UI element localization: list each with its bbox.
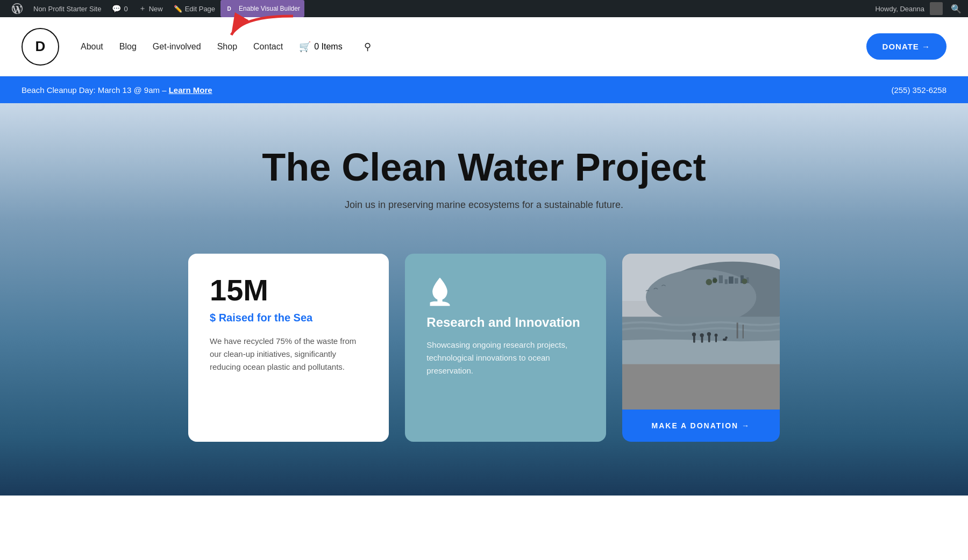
- announcement-text: Beach Cleanup Day: March 13 @ 9am – Lear…: [22, 85, 891, 95]
- svg-point-23: [707, 332, 710, 336]
- image-card: MAKE A DONATION →: [622, 254, 780, 442]
- announcement-main-text: Beach Cleanup Day: March 13 @ 9am –: [22, 85, 167, 95]
- hero-subtitle: Join us in preserving marine ecosystems …: [345, 199, 623, 211]
- comments-item[interactable]: 💬 0: [106, 0, 133, 17]
- nav-get-involved[interactable]: Get-involved: [153, 42, 201, 52]
- svg-rect-24: [715, 336, 717, 342]
- nav-blog[interactable]: Blog: [119, 42, 137, 52]
- site-name-item[interactable]: Non Profit Starter Site: [28, 0, 106, 17]
- stat-label: $ Raised for the Sea: [210, 312, 367, 324]
- svg-rect-18: [693, 336, 695, 343]
- learn-more-link[interactable]: Learn More: [169, 85, 212, 95]
- nav-about[interactable]: About: [81, 42, 103, 52]
- site-name-label: Non Profit Starter Site: [33, 5, 101, 13]
- svg-point-27: [725, 336, 727, 339]
- cart-items-label: 0 Items: [314, 42, 342, 52]
- svg-rect-22: [708, 335, 710, 342]
- svg-point-21: [700, 333, 703, 337]
- hero-section: The Clean Water Project Join us in prese…: [0, 103, 968, 496]
- new-label: New: [149, 5, 163, 13]
- cart-icon: 🛒: [299, 41, 311, 53]
- nav-contact[interactable]: Contact: [253, 42, 283, 52]
- logo-letter: D: [35, 38, 46, 55]
- research-card-desc: Showcasing ongoing research projects, te…: [426, 339, 584, 377]
- phone-number: (255) 352-6258: [891, 85, 946, 95]
- search-icon-nav[interactable]: ⚲: [364, 41, 371, 53]
- edit-page-item[interactable]: ✏️ Edit Page: [168, 0, 220, 17]
- wp-logo-item[interactable]: [6, 0, 28, 17]
- svg-rect-16: [736, 323, 738, 339]
- comment-icon: 💬: [112, 4, 121, 13]
- svg-point-19: [692, 333, 695, 336]
- divi-icon: D: [225, 4, 233, 13]
- visual-builder-label: Enable Visual Builder: [239, 5, 300, 12]
- svg-point-13: [713, 278, 717, 283]
- beach-image: [622, 254, 780, 410]
- donate-button[interactable]: DONATE →: [866, 33, 946, 60]
- stat-description: We have recycled 75% of the waste from o…: [210, 335, 367, 374]
- announcement-bar: Beach Cleanup Day: March 13 @ 9am – Lear…: [0, 76, 968, 103]
- svg-rect-17: [742, 325, 743, 339]
- svg-rect-8: [729, 277, 734, 284]
- site-header: D About Blog Get-involved Shop Contact 🛒…: [0, 17, 968, 76]
- cart-area[interactable]: 🛒 0 Items: [299, 41, 342, 53]
- svg-point-14: [742, 278, 747, 284]
- svg-rect-9: [735, 278, 738, 284]
- admin-bar-right: Howdy, Deanna 🔍: [875, 2, 962, 15]
- svg-point-4: [646, 270, 756, 325]
- site-nav: About Blog Get-involved Shop Contact 🛒 0…: [81, 41, 866, 53]
- howdy-label: Howdy, Deanna: [875, 5, 924, 13]
- svg-rect-20: [701, 336, 703, 343]
- research-card-title: Research and Innovation: [426, 314, 580, 331]
- new-item[interactable]: ＋ New: [133, 0, 168, 17]
- stat-number: 15M: [210, 275, 367, 305]
- cards-row: 15M $ Raised for the Sea We have recycle…: [188, 254, 780, 442]
- svg-point-25: [714, 334, 717, 337]
- nav-shop[interactable]: Shop: [217, 42, 237, 52]
- plus-icon: ＋: [139, 4, 146, 13]
- svg-point-12: [706, 279, 712, 285]
- search-icon-admin[interactable]: 🔍: [951, 4, 962, 14]
- water-drop-icon: [426, 275, 453, 307]
- admin-bar: Non Profit Starter Site 💬 0 ＋ New ✏️ Edi…: [0, 0, 968, 17]
- hero-title: The Clean Water Project: [262, 146, 706, 189]
- logo-circle: D: [22, 28, 59, 66]
- visual-builder-item[interactable]: D Enable Visual Builder: [220, 0, 304, 17]
- edit-page-label: Edit Page: [185, 5, 215, 13]
- stat-card: 15M $ Raised for the Sea We have recycle…: [188, 254, 389, 442]
- research-card: Research and Innovation Showcasing ongoi…: [405, 254, 606, 442]
- comments-count: 0: [124, 5, 127, 13]
- make-donation-button[interactable]: MAKE A DONATION →: [622, 410, 780, 442]
- user-avatar: [930, 2, 943, 15]
- svg-rect-6: [718, 276, 722, 284]
- site-logo[interactable]: D: [22, 28, 59, 66]
- pencil-icon: ✏️: [174, 5, 182, 13]
- svg-rect-7: [724, 279, 727, 284]
